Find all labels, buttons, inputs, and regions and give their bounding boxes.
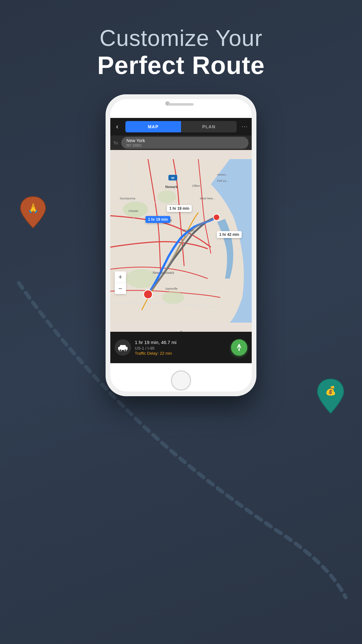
svg-text:80: 80 [171,176,174,180]
route-info: 1 hr 19 min, 46.7 mi US-1 / I-95 Traffic… [135,339,231,356]
svg-text:Clifton: Clifton [192,184,200,187]
svg-text:West New...: West New... [200,197,215,200]
svg-point-9 [213,214,220,220]
map-area[interactable]: Newark East Orange Chester Succasunna Ne… [110,150,252,332]
zoom-out-button[interactable]: − [115,283,126,294]
money-bag-pin-icon: 💰 [316,377,345,415]
route-label-alt2[interactable]: 1 hr 42 min [217,231,242,238]
svg-text:Elizabeth: Elizabeth [183,229,194,232]
svg-text:Newark: Newark [165,185,178,189]
svg-text:New Brunswick: New Brunswick [153,271,174,275]
route-label-selected[interactable]: 1 hr 19 min [145,216,170,223]
svg-point-5 [157,191,176,203]
headline-bold: Perfect Route [0,51,362,80]
tab-plan[interactable]: PLAN [181,121,237,132]
car-icon [115,339,131,356]
route-label-alt1[interactable]: 1 hr 19 min [167,205,192,212]
route-delay: Traffic Delay: 22 min [135,351,231,356]
more-button[interactable]: ··· [238,118,252,136]
svg-point-24 [119,349,122,352]
phone-speaker [168,103,194,106]
app-screen: ‹ MAP PLAN ··· To: New York NY 10001 [110,118,252,363]
svg-text:🙏: 🙏 [27,203,39,214]
svg-text:Chester: Chester [129,209,139,213]
prayer-hands-pin-icon: 🙏 [19,195,47,230]
svg-text:Hacken...: Hacken... [217,173,228,176]
svg-point-26 [239,349,240,351]
phone-home-button[interactable] [171,370,191,391]
bottom-info-bar: 1 hr 19 min, 46.7 mi US-1 / I-95 Traffic… [110,332,252,363]
svg-point-7 [162,291,184,304]
phone-mockup: ‹ MAP PLAN ··· To: New York NY 10001 [106,94,256,396]
destination-zip: NY 10001 [126,143,244,147]
svg-text:Succasunna: Succasunna [120,197,135,200]
app-topbar: ‹ MAP PLAN ··· [110,118,252,136]
svg-text:Sayreville: Sayreville [165,287,178,290]
svg-point-25 [124,349,127,352]
destination-label: To: [113,141,119,145]
route-duration-distance: 1 hr 19 min, 46.7 mi [135,339,231,346]
svg-text:💰: 💰 [325,386,336,396]
navigate-button[interactable] [231,339,247,356]
tab-map[interactable]: MAP [125,121,181,132]
tab-group: MAP PLAN [125,121,237,132]
bottom-handle-chevron[interactable]: ⌃ [179,330,183,336]
destination-input[interactable]: New York NY 10001 [121,137,249,149]
zoom-in-button[interactable]: + [115,271,126,283]
svg-text:Fort Le...: Fort Le... [217,179,228,182]
headline-light: Customize Your [0,25,362,51]
map-controls: + − [115,271,126,294]
route-road: US-1 / I-95 [135,346,231,351]
destination-city: New York [126,138,244,143]
back-button[interactable]: ‹ [110,118,124,136]
destination-bar: To: New York NY 10001 [110,136,252,150]
svg-point-8 [144,290,152,299]
